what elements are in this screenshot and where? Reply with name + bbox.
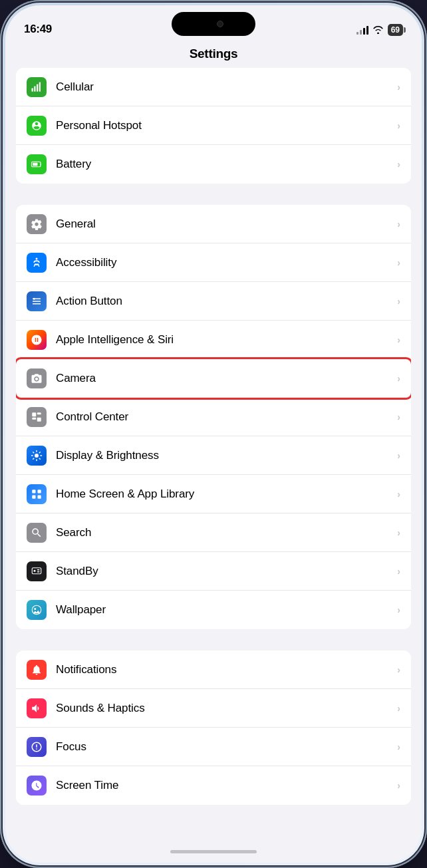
focus-icon [27,737,47,757]
svg-rect-19 [37,569,40,571]
wallpaper-chevron: › [397,605,400,615]
phone-frame: 16:49 [0,0,427,868]
cellular-row[interactable]: Cellular › [16,68,411,106]
battery-label: Battery [56,158,397,171]
display-label: Display & Brightness [56,449,397,462]
action-icon [27,291,47,311]
search-chevron: › [397,527,400,538]
wallpaper-label: Wallpaper [56,603,397,617]
svg-rect-2 [37,84,38,91]
svg-point-7 [33,297,35,299]
wallpaper-icon [27,600,47,620]
homescreen-chevron: › [397,489,400,500]
svg-rect-13 [32,490,35,493]
focus-label: Focus [56,740,397,754]
svg-rect-10 [32,417,36,419]
svg-rect-3 [39,82,41,91]
siri-chevron: › [397,335,400,345]
control-icon [27,407,47,427]
accessibility-icon [27,253,47,273]
svg-point-18 [34,569,36,571]
search-icon [27,523,47,543]
general-chevron: › [397,219,400,229]
screentime-row[interactable]: Screen Time › [16,766,411,805]
notifications-row[interactable]: Notifications › [16,651,411,689]
svg-rect-8 [32,412,36,416]
svg-rect-15 [32,495,35,498]
svg-rect-14 [38,490,41,493]
battery-icon: 69 [388,24,403,36]
standby-label: StandBy [56,565,397,578]
focus-chevron: › [397,742,400,752]
svg-rect-1 [34,86,35,91]
status-bar: 16:49 [5,5,422,41]
svg-rect-9 [37,412,41,414]
general-icon [27,214,47,234]
focus-row[interactable]: Focus › [16,728,411,766]
battery-row[interactable]: Battery › [16,145,411,184]
sounds-icon [27,698,47,718]
battery-level: 69 [391,25,400,35]
hotspot-chevron: › [397,120,400,131]
settings-content: Cellular › Personal Hotspot › Batter [5,68,422,840]
camera-label: Camera [56,372,397,385]
home-indicator [170,850,257,853]
sounds-label: Sounds & Haptics [56,702,397,715]
camera-row[interactable]: Camera › [16,359,411,398]
display-row[interactable]: Display & Brightness › [16,436,411,475]
signal-bars-icon [356,26,368,35]
siri-label: Apple Intelligence & Siri [56,333,397,347]
action-label: Action Button [56,295,397,308]
svg-rect-17 [32,567,41,573]
cellular-icon [27,77,47,97]
cellular-label: Cellular [56,80,397,94]
accessibility-chevron: › [397,257,400,268]
screentime-label: Screen Time [56,779,397,792]
svg-point-12 [35,454,39,458]
nav-bar: Settings [5,41,422,68]
svg-rect-11 [37,417,41,421]
homescreen-row[interactable]: Home Screen & App Library › [16,475,411,513]
hotspot-label: Personal Hotspot [56,119,397,132]
svg-rect-0 [32,88,33,91]
status-time: 16:49 [24,23,52,36]
notifications-label: Notifications [56,663,397,676]
sounds-chevron: › [397,703,400,714]
standby-chevron: › [397,566,400,577]
screen: 16:49 [5,5,422,863]
system-group: General › Accessibility › Action But [16,205,411,629]
hotspot-row[interactable]: Personal Hotspot › [16,106,411,145]
general-row[interactable]: General › [16,205,411,243]
svg-rect-20 [37,571,40,573]
control-label: Control Center [56,410,397,424]
action-row[interactable]: Action Button › [16,282,411,321]
control-row[interactable]: Control Center › [16,398,411,436]
camera-row-icon [27,368,47,388]
notifications-icon [27,660,47,680]
standby-row[interactable]: StandBy › [16,552,411,591]
search-label: Search [56,526,397,539]
action-chevron: › [397,296,400,307]
accessibility-row[interactable]: Accessibility › [16,243,411,282]
network-group: Cellular › Personal Hotspot › Batter [16,68,411,184]
page-title: Settings [190,47,238,61]
screentime-chevron: › [397,780,400,791]
notifications-group: Notifications › Sounds & Haptics › F [16,651,411,805]
display-chevron: › [397,450,400,461]
status-icons: 69 [356,24,403,36]
battery-settings-icon [27,154,47,174]
svg-point-6 [36,257,38,259]
sounds-row[interactable]: Sounds & Haptics › [16,689,411,728]
home-bar [5,840,422,863]
siri-row[interactable]: Apple Intelligence & Siri › [16,321,411,359]
battery-chevron: › [397,159,400,170]
screentime-icon [27,776,47,796]
display-icon [27,446,47,466]
homescreen-label: Home Screen & App Library [56,488,397,501]
standby-icon [27,561,47,581]
cellular-chevron: › [397,82,400,92]
camera-chevron: › [397,373,400,384]
svg-rect-16 [38,495,41,498]
search-row[interactable]: Search › [16,513,411,552]
wallpaper-row[interactable]: Wallpaper › [16,591,411,629]
